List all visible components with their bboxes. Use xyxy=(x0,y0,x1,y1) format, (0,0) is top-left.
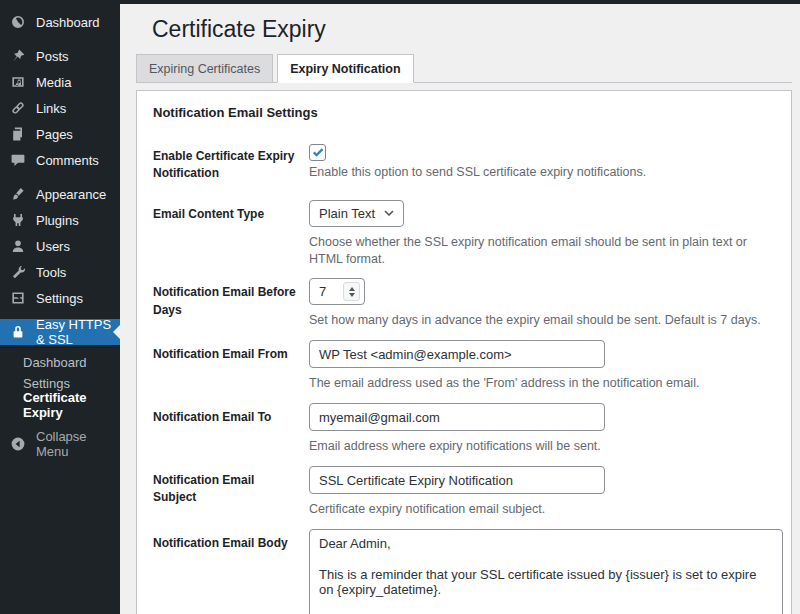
sidebar-item-plugins[interactable]: Plugins xyxy=(0,207,120,233)
page-title: Certificate Expiry xyxy=(152,15,800,45)
sidebar-item-pages[interactable]: Pages xyxy=(0,121,120,147)
user-icon xyxy=(9,238,26,255)
easy-https-submenu: Dashboard Settings Certificate Expiry xyxy=(0,345,120,417)
chevron-down-icon xyxy=(384,210,394,216)
dashboard-icon xyxy=(9,14,26,31)
email-body-label: Notification Email Body xyxy=(153,529,309,614)
email-subject-label: Notification Email Subject xyxy=(153,466,309,518)
before-days-input[interactable]: 7 xyxy=(309,278,365,305)
email-subject-description: Certificate expiry notification email su… xyxy=(309,501,783,518)
sidebar-item-label: Links xyxy=(36,101,66,116)
email-to-input[interactable] xyxy=(309,403,605,431)
before-days-description: Set how many days in advance the expiry … xyxy=(309,312,783,329)
email-subject-input[interactable] xyxy=(309,466,605,494)
number-value: 7 xyxy=(310,284,343,299)
submenu-item-label: Dashboard xyxy=(23,355,87,370)
email-to-description: Email address where expiry notifications… xyxy=(309,438,783,455)
email-content-type-description: Choose whether the SSL expiry notificati… xyxy=(309,234,783,268)
submenu-item-label: Certificate Expiry xyxy=(23,390,120,420)
spinner-down-icon[interactable] xyxy=(349,293,355,297)
sidebar-item-label: Easy HTTPS & SSL xyxy=(36,317,112,347)
sidebar-item-links[interactable]: Links xyxy=(0,95,120,121)
tab-bar: Expiring CertificatesExpiry Notification xyxy=(136,54,792,83)
sidebar-item-label: Settings xyxy=(36,291,83,306)
sidebar-item-label: Plugins xyxy=(36,213,79,228)
sidebar-item-label: Pages xyxy=(36,127,73,142)
admin-sidebar: Dashboard Posts Media Links Pages xyxy=(0,0,120,614)
sidebar-item-label: Dashboard xyxy=(36,15,100,30)
enable-notification-checkbox[interactable] xyxy=(309,144,326,161)
sidebar-item-label: Users xyxy=(36,239,70,254)
main-content: Certificate Expiry Expiring Certificates… xyxy=(120,0,800,614)
check-icon xyxy=(311,146,324,159)
media-icon xyxy=(9,74,26,91)
row-email-subject: Notification Email Subject Certificate e… xyxy=(153,466,783,518)
sidebar-item-label: Appearance xyxy=(36,187,106,202)
sidebar-item-label: Comments xyxy=(36,153,99,168)
email-to-label: Notification Email To xyxy=(153,403,309,455)
pushpin-icon xyxy=(9,48,26,65)
sidebar-item-users[interactable]: Users xyxy=(0,233,120,259)
enable-notification-description: Enable this option to send SSL certifica… xyxy=(309,164,783,181)
row-before-days: Notification Email Before Days 7 Set how… xyxy=(153,278,783,329)
tab-expiry-notification[interactable]: Expiry Notification xyxy=(277,54,413,83)
collapse-menu-label: Collapse Menu xyxy=(36,429,112,459)
sidebar-item-settings[interactable]: Settings xyxy=(0,285,120,311)
sidebar-item-easy-https-ssl[interactable]: Easy HTTPS & SSL xyxy=(0,319,120,345)
row-enable-notification: Enable Certificate Expiry Notification E… xyxy=(153,142,783,183)
sidebar-item-tools[interactable]: Tools xyxy=(0,259,120,285)
settings-icon xyxy=(9,290,26,307)
section-heading: Notification Email Settings xyxy=(153,105,783,120)
row-email-body: Notification Email Body Dear Admin, This… xyxy=(153,529,783,614)
collapse-menu-button[interactable]: Collapse Menu xyxy=(0,431,120,457)
settings-panel: Notification Email Settings Enable Certi… xyxy=(136,90,792,614)
email-from-label: Notification Email From xyxy=(153,340,309,392)
pages-icon xyxy=(9,126,26,143)
admin-bar xyxy=(0,0,800,4)
sidebar-item-media[interactable]: Media xyxy=(0,69,120,95)
link-icon xyxy=(9,100,26,117)
lock-icon xyxy=(9,324,26,341)
tab-expiring-certificates[interactable]: Expiring Certificates xyxy=(136,54,273,83)
sidebar-item-label: Posts xyxy=(36,49,69,64)
number-spinner[interactable] xyxy=(343,282,360,301)
submenu-item-certificate-expiry[interactable]: Certificate Expiry xyxy=(0,394,120,415)
plug-icon xyxy=(9,212,26,229)
row-email-from: Notification Email From The email addres… xyxy=(153,340,783,392)
collapse-arrow-icon xyxy=(9,436,26,453)
comment-icon xyxy=(9,152,26,169)
row-email-to: Notification Email To Email address wher… xyxy=(153,403,783,455)
sidebar-item-appearance[interactable]: Appearance xyxy=(0,181,120,207)
sidebar-item-dashboard[interactable]: Dashboard xyxy=(0,9,120,35)
email-content-type-select[interactable]: Plain Text xyxy=(309,200,404,227)
email-from-input[interactable] xyxy=(309,340,605,368)
sidebar-item-label: Tools xyxy=(36,265,66,280)
sidebar-item-comments[interactable]: Comments xyxy=(0,147,120,173)
sidebar-item-posts[interactable]: Posts xyxy=(0,43,120,69)
select-value: Plain Text xyxy=(319,206,375,221)
before-days-label: Notification Email Before Days xyxy=(153,278,309,329)
brush-icon xyxy=(9,186,26,203)
email-from-description: The email address used as the 'From' add… xyxy=(309,375,783,392)
email-body-textarea[interactable]: Dear Admin, This is a reminder that your… xyxy=(309,529,783,614)
enable-notification-label: Enable Certificate Expiry Notification xyxy=(153,142,309,183)
sidebar-item-label: Media xyxy=(36,75,71,90)
wrench-icon xyxy=(9,264,26,281)
spinner-up-icon[interactable] xyxy=(349,287,355,291)
submenu-item-dashboard[interactable]: Dashboard xyxy=(0,352,120,373)
row-email-content-type: Email Content Type Plain Text Choose whe… xyxy=(153,200,783,268)
email-content-type-label: Email Content Type xyxy=(153,200,309,268)
